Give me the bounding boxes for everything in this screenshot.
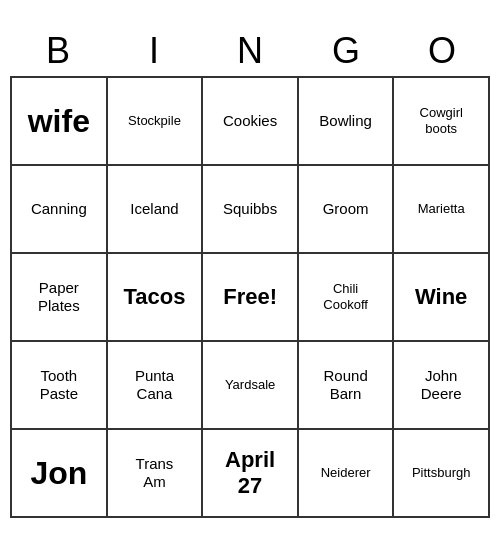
cell-r0-c1: Stockpile <box>107 77 203 165</box>
header-o: O <box>394 26 490 76</box>
cell-r1-c3: Groom <box>298 165 394 253</box>
cell-r4-c3: Neiderer <box>298 429 394 517</box>
cell-r3-c2: Yardsale <box>202 341 298 429</box>
cell-r2-c3: ChiliCookoff <box>298 253 394 341</box>
cell-r0-c0: wife <box>11 77 107 165</box>
cell-r2-c1: Tacos <box>107 253 203 341</box>
cell-r1-c0: Canning <box>11 165 107 253</box>
cell-r1-c1: Iceland <box>107 165 203 253</box>
bingo-grid: wifeStockpileCookiesBowlingCowgirlbootsC… <box>10 76 490 518</box>
cell-r0-c2: Cookies <box>202 77 298 165</box>
cell-r1-c4: Marietta <box>393 165 489 253</box>
cell-r4-c4: Pittsburgh <box>393 429 489 517</box>
cell-r4-c2: April27 <box>202 429 298 517</box>
header-g: G <box>298 26 394 76</box>
cell-r2-c0: PaperPlates <box>11 253 107 341</box>
header-n: N <box>202 26 298 76</box>
cell-r4-c1: TransAm <box>107 429 203 517</box>
cell-r4-c0: Jon <box>11 429 107 517</box>
cell-r2-c4: Wine <box>393 253 489 341</box>
bingo-header: B I N G O <box>10 26 490 76</box>
cell-r3-c3: RoundBarn <box>298 341 394 429</box>
cell-r3-c0: ToothPaste <box>11 341 107 429</box>
cell-r0-c4: Cowgirlboots <box>393 77 489 165</box>
cell-r3-c4: JohnDeere <box>393 341 489 429</box>
cell-r3-c1: PuntaCana <box>107 341 203 429</box>
cell-r0-c3: Bowling <box>298 77 394 165</box>
cell-r1-c2: Squibbs <box>202 165 298 253</box>
cell-r2-c2: Free! <box>202 253 298 341</box>
header-i: I <box>106 26 202 76</box>
header-b: B <box>10 26 106 76</box>
